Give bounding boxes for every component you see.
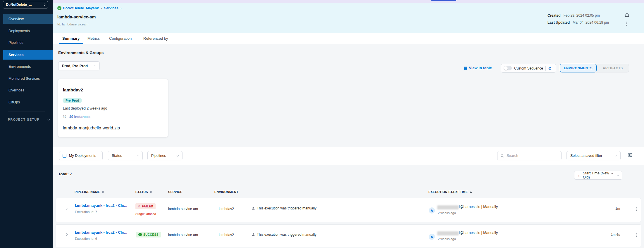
sidebar-item-monitored-services[interactable]: Monitored Services xyxy=(3,74,53,83)
trigger-note-cell: This execution was triggered manually xyxy=(252,233,316,237)
sort-asc-icon xyxy=(470,191,472,193)
chevron-down-icon xyxy=(615,154,617,156)
search-icon xyxy=(500,154,504,158)
redacted-username xyxy=(437,231,459,235)
tab-configuration[interactable]: Configuration xyxy=(109,36,132,41)
environment-name: lambdav2 xyxy=(63,87,83,92)
project-switcher-label: DoNotDelete_... xyxy=(6,3,43,7)
filter-sliders-icon[interactable] xyxy=(628,153,633,157)
my-deployments-checkbox[interactable] xyxy=(63,154,66,158)
last-updated-value: Mar 04, 2024 06:18 pm xyxy=(573,20,609,25)
instances-icon: ◎ xyxy=(63,114,66,118)
column-service: SERVICE xyxy=(168,190,182,194)
time-ago: 2 weeks ago xyxy=(438,211,456,215)
sidebar-item-overview[interactable]: Overview xyxy=(3,14,53,24)
search-input[interactable] xyxy=(507,154,558,158)
artifacts-toggle-button[interactable]: ARTIFACTS xyxy=(597,64,629,72)
my-deployments-filter[interactable]: My Deployments xyxy=(59,151,103,160)
chevron-down-icon xyxy=(94,64,96,67)
top-nav-active-indicator xyxy=(431,0,456,1)
page-header xyxy=(53,3,644,33)
pipeline-link[interactable]: lambdamayank - lrca2 - Clo... xyxy=(75,230,127,235)
last-deployed-text: Last deployed 2 weeks ago xyxy=(63,106,107,110)
sidebar-item-deployments[interactable]: Deployments xyxy=(3,26,53,36)
sort-icon xyxy=(150,190,152,193)
search-box xyxy=(497,151,562,160)
chevron-down-icon xyxy=(617,174,619,176)
tab-referenced-by[interactable]: Referenced by xyxy=(143,36,168,41)
pipelines-filter-dropdown[interactable]: Pipelines xyxy=(147,151,182,160)
person-icon xyxy=(252,207,255,210)
custom-sequence-toggle[interactable] xyxy=(504,66,512,70)
sidebar-item-environments[interactable]: Environments xyxy=(3,62,53,71)
project-switcher[interactable]: DoNotDelete_... xyxy=(3,1,48,8)
environments-heading: Environments & Groups xyxy=(58,51,104,55)
environment-cell: lambdav2 xyxy=(219,207,234,211)
table-icon: ▦ xyxy=(464,66,467,70)
environment-type-badge: Pre-Prod xyxy=(63,98,82,103)
column-execution-start-time[interactable]: EXECUTION START TIME xyxy=(428,190,472,194)
breadcrumb-services-link[interactable]: Services xyxy=(104,6,118,10)
sidebar-project-setup[interactable]: PROJECT SETUP xyxy=(8,118,50,121)
status-badge-success: ✓ SUCCESS xyxy=(136,232,161,237)
breadcrumb-project-link[interactable]: DoNotDelete_Mayank xyxy=(63,6,99,10)
pipeline-link[interactable]: lambdamayank - lrca2 - Clo... xyxy=(75,203,127,208)
sidebar-item-overrides[interactable]: Overrides xyxy=(3,85,53,95)
execution-id: Execution Id: 7 xyxy=(75,210,97,214)
created-value: Feb 29, 2024 02:05 pm xyxy=(564,13,600,18)
trigger-user: l@harness.io | Manually xyxy=(459,205,498,209)
service-cell: lambda-service-am xyxy=(168,207,198,211)
tab-summary[interactable]: Summary xyxy=(62,36,80,41)
sidebar-item-gitops[interactable]: GitOps xyxy=(3,97,53,107)
row-more-menu-icon[interactable] xyxy=(636,206,638,211)
avatar: A xyxy=(429,207,435,214)
chevron-right-icon xyxy=(43,4,45,6)
last-updated-meta: Last Updated Mar 04, 2024 06:18 pm xyxy=(547,20,609,25)
redacted-username xyxy=(437,205,459,209)
sort-icon xyxy=(102,190,104,193)
duration: 1m xyxy=(600,207,620,210)
saved-filter-dropdown[interactable]: Select a saved filter xyxy=(566,151,621,160)
column-pipeline-name[interactable]: PIPELINE NAME xyxy=(75,190,104,194)
execution-row[interactable] xyxy=(56,198,641,222)
environment-type-dropdown[interactable]: Prod, Pre-Prod xyxy=(58,61,100,70)
duration: 1m 6s xyxy=(600,233,620,236)
service-id: Id: lambdaserviceam xyxy=(57,22,88,26)
created-label: Created xyxy=(547,13,561,18)
row-more-menu-icon[interactable] xyxy=(636,232,638,237)
chevron-down-icon xyxy=(177,154,179,156)
environment-cell: lambdav2 xyxy=(219,233,234,237)
environments-toggle-button[interactable]: ENVIRONMENTS xyxy=(560,64,597,72)
sidebar-divider xyxy=(8,112,45,112)
sidebar-item-services[interactable]: Services xyxy=(3,50,53,60)
artifact-name: lambda-manju:hello-world.zip xyxy=(63,125,120,130)
gear-icon[interactable]: ⚙ xyxy=(548,66,552,70)
status-filter-dropdown[interactable]: Status xyxy=(108,151,143,160)
executions-total: Total: 7 xyxy=(58,172,72,176)
instances-link[interactable]: 49 Instances xyxy=(69,115,90,119)
custom-sequence-control: Custom Sequence ⚙ xyxy=(501,64,556,73)
sidebar: DoNotDelete_... Overview Deployments Pip… xyxy=(0,0,53,248)
notifications-bell-icon[interactable] xyxy=(625,13,629,18)
breadcrumb-separator: › xyxy=(101,6,102,10)
tab-metrics[interactable]: Metrics xyxy=(87,36,100,41)
failed-stage-link[interactable]: Stage: lambda xyxy=(135,212,156,216)
breadcrumb-separator: › xyxy=(120,6,122,10)
top-nav-strip xyxy=(53,0,644,3)
last-updated-label: Last Updated xyxy=(547,20,570,25)
trigger-user: l@harness.io | Manually xyxy=(459,231,498,235)
view-in-table-link[interactable]: ▦ View in table xyxy=(464,66,492,70)
sort-arrows-icon: ↑↓ xyxy=(578,174,581,177)
page-title: lambda-service-am xyxy=(57,15,96,19)
sort-dropdown[interactable]: ↑↓ Start Time (New → Old) xyxy=(574,171,622,180)
execution-id: Execution Id: 6 xyxy=(75,237,97,240)
header-more-menu-icon[interactable] xyxy=(625,21,627,26)
service-cell: lambda-service-am xyxy=(168,233,198,237)
column-status[interactable]: STATUS xyxy=(135,190,152,194)
warning-icon: ⚠ xyxy=(138,205,140,208)
time-ago: 2 weeks ago xyxy=(438,237,456,241)
created-meta: Created Feb 29, 2024 02:05 pm xyxy=(547,13,600,18)
sidebar-item-pipelines[interactable]: Pipelines xyxy=(3,38,53,47)
avatar: A xyxy=(429,234,435,240)
check-icon: ✓ xyxy=(138,233,142,236)
